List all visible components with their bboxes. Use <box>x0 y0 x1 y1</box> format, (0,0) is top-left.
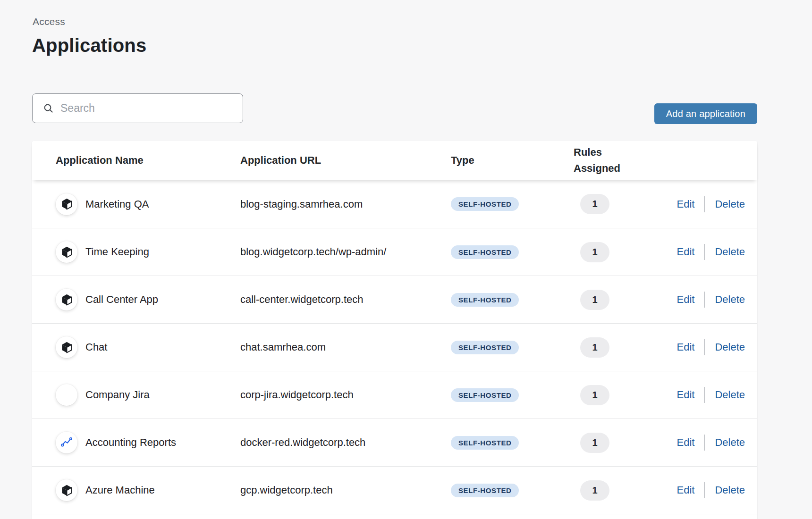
type-badge: SELF-HOSTED <box>451 341 519 354</box>
app-url: chat.samrhea.com <box>240 341 451 353</box>
column-header-application-name: Application Name <box>32 152 240 168</box>
actions-cell: Edit Delete <box>670 387 757 403</box>
edit-link[interactable]: Edit <box>677 341 694 353</box>
app-url: gcp.widgetcorp.tech <box>240 484 451 496</box>
app-url: corp-jira.widgetcorp.tech <box>240 389 451 401</box>
column-header-rules-assigned: Rules Assigned <box>574 144 635 176</box>
app-name: Marketing QA <box>85 198 149 210</box>
edit-link[interactable]: Edit <box>677 436 694 449</box>
search-input[interactable] <box>60 102 234 115</box>
application-name-cell: Company Jira <box>32 384 240 406</box>
applications-table: Application Name Application URL Type Ru… <box>32 141 757 519</box>
table-row: Accounting Reports docker-red.widgetcorp… <box>32 419 757 466</box>
application-icon-circle <box>56 384 77 406</box>
app-url: blog.widgetcorp.tech/wp-admin/ <box>240 246 451 258</box>
table-row: Company Jira corp-jira.widgetcorp.tech S… <box>32 371 757 419</box>
jira-icon <box>60 389 73 401</box>
app-url: blog-staging.samrhea.com <box>240 198 451 210</box>
actions-cell: Edit Delete <box>670 196 757 212</box>
action-separator <box>704 435 705 451</box>
application-icon-circle <box>56 289 77 310</box>
delete-link[interactable]: Delete <box>715 436 745 449</box>
cube-icon <box>60 341 73 354</box>
actions-cell: Edit Delete <box>670 244 757 260</box>
page-title: Applications <box>32 35 146 56</box>
delete-link[interactable]: Delete <box>715 484 745 496</box>
app-name: Chat <box>85 341 107 353</box>
application-icon-circle <box>56 241 77 263</box>
edit-link[interactable]: Edit <box>677 246 694 258</box>
app-name: Time Keeping <box>85 246 149 258</box>
edit-link[interactable]: Edit <box>677 293 694 306</box>
actions-cell: Edit Delete <box>670 339 757 355</box>
edit-link[interactable]: Edit <box>677 484 694 496</box>
type-cell: SELF-HOSTED <box>451 245 574 259</box>
delete-link[interactable]: Delete <box>715 246 745 258</box>
table-row: Call Center App call-center.widgetcorp.t… <box>32 276 757 323</box>
rules-cell: 1 <box>574 480 670 501</box>
type-cell: SELF-HOSTED <box>451 293 574 307</box>
rules-count: 1 <box>580 480 609 501</box>
action-separator <box>704 244 705 260</box>
table-body: Marketing QA blog-staging.samrhea.com SE… <box>32 180 757 514</box>
rules-cell: 1 <box>574 290 670 310</box>
actions-cell: Edit Delete <box>670 435 757 451</box>
type-badge: SELF-HOSTED <box>451 293 519 307</box>
action-separator <box>704 292 705 308</box>
app-name: Azure Machine <box>85 484 155 496</box>
rules-cell: 1 <box>574 385 670 405</box>
edit-link[interactable]: Edit <box>677 198 694 210</box>
action-separator <box>704 482 705 498</box>
action-separator <box>704 387 705 403</box>
type-cell: SELF-HOSTED <box>451 341 574 354</box>
delete-link[interactable]: Delete <box>715 389 745 401</box>
action-separator <box>704 339 705 355</box>
application-icon-circle <box>56 336 77 358</box>
table-row-partial <box>32 514 757 519</box>
application-icon-circle <box>56 479 77 501</box>
table-row: Marketing QA blog-staging.samrhea.com SE… <box>32 180 757 228</box>
type-cell: SELF-HOSTED <box>451 484 574 497</box>
rules-count: 1 <box>580 385 609 405</box>
app-name: Company Jira <box>85 389 150 401</box>
type-badge: SELF-HOSTED <box>451 484 519 497</box>
application-name-cell: Chat <box>32 336 240 358</box>
table-row: Azure Machine gcp.widgetcorp.tech SELF-H… <box>32 466 757 514</box>
add-application-button[interactable]: Add an application <box>654 103 757 124</box>
type-cell: SELF-HOSTED <box>451 197 574 211</box>
type-badge: SELF-HOSTED <box>451 197 519 211</box>
type-cell: SELF-HOSTED <box>451 388 574 402</box>
application-name-cell: Marketing QA <box>32 193 240 215</box>
search-icon <box>43 103 54 114</box>
table-row: Time Keeping blog.widgetcorp.tech/wp-adm… <box>32 228 757 276</box>
cube-icon <box>60 198 73 210</box>
app-name: Call Center App <box>85 293 158 306</box>
application-name-cell: Azure Machine <box>32 479 240 501</box>
type-badge: SELF-HOSTED <box>451 436 519 450</box>
type-badge: SELF-HOSTED <box>451 245 519 259</box>
table-row: Chat chat.samrhea.com SELF-HOSTED 1 Edit… <box>32 323 757 371</box>
delete-link[interactable]: Delete <box>715 293 745 306</box>
application-name-cell: Accounting Reports <box>32 432 240 453</box>
cube-icon <box>60 484 73 497</box>
app-url: docker-red.widgetcorp.tech <box>240 436 451 449</box>
column-header-type: Type <box>451 152 574 168</box>
search-box[interactable] <box>32 93 243 123</box>
delete-link[interactable]: Delete <box>715 198 745 210</box>
breadcrumb[interactable]: Access <box>33 16 65 27</box>
edit-link[interactable]: Edit <box>677 389 694 401</box>
actions-cell: Edit Delete <box>670 482 757 498</box>
app-url: call-center.widgetcorp.tech <box>240 293 451 306</box>
application-icon-circle <box>56 432 77 453</box>
delete-link[interactable]: Delete <box>715 341 745 353</box>
rules-count: 1 <box>580 290 609 310</box>
rules-count: 1 <box>580 433 609 453</box>
rules-count: 1 <box>580 242 609 262</box>
app-name: Accounting Reports <box>85 436 176 449</box>
action-separator <box>704 196 705 212</box>
type-cell: SELF-HOSTED <box>451 436 574 450</box>
application-name-cell: Call Center App <box>32 289 240 310</box>
rules-count: 1 <box>580 194 609 214</box>
actions-cell: Edit Delete <box>670 292 757 308</box>
rules-count: 1 <box>580 337 609 358</box>
